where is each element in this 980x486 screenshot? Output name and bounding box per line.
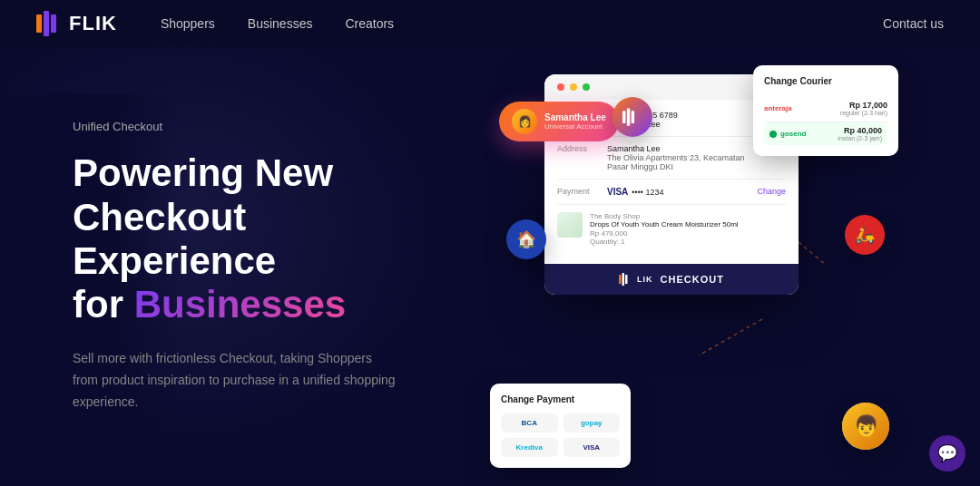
payment-option-gopay[interactable]: gopay <box>564 413 621 433</box>
divider-3 <box>557 204 786 205</box>
payment-dots: •••• 1234 <box>632 188 757 197</box>
payment-change[interactable]: Change <box>757 187 786 197</box>
hero-title-highlight: Businesses <box>134 283 346 326</box>
svg-line-6 <box>799 242 826 265</box>
window-dot-green <box>583 83 590 91</box>
profile-name: Samantha Lee <box>544 112 606 122</box>
payment-row: Payment VISA •••• 1234 Change <box>557 187 786 197</box>
address-row: Address Samantha Lee The Olivia Apartmen… <box>557 144 786 171</box>
anteraja-logo: anteraja <box>764 104 792 112</box>
svg-rect-7 <box>622 111 625 123</box>
gosend-text: gosend <box>780 130 806 138</box>
product-quantity: Quantity: 1 <box>590 238 786 246</box>
home-icon-circle: 🏠 <box>506 219 546 259</box>
product-brand: The Body Shop <box>590 212 786 220</box>
courier-option-1[interactable]: anteraja Rp 17,000 reguler (2-3 hari) <box>764 95 887 122</box>
chat-icon: 💬 <box>937 443 957 463</box>
footer-flik-text: LIK <box>637 275 653 284</box>
courier-card-title: Change Courier <box>764 76 887 86</box>
checkout-button-label: CHECKOUT <box>661 274 724 285</box>
svg-rect-10 <box>619 275 622 284</box>
visa-label: VISA <box>583 443 600 452</box>
selected-indicator <box>769 131 777 138</box>
product-info: The Body Shop Drops Of Youth Youth Cream… <box>590 212 786 246</box>
address-name: Samantha Lee <box>607 144 757 153</box>
courier-price-2: Rp 40,000 <box>838 126 882 135</box>
logo-text: FLIK <box>69 12 117 35</box>
hero-tag: Unified Checkout <box>73 120 454 133</box>
footer-logo: LIK <box>619 273 653 286</box>
hero-section: Unified Checkout Powering New Checkout E… <box>0 47 980 486</box>
contact-link[interactable]: Contact us <box>883 16 944 31</box>
flik-icon-circle <box>612 97 652 137</box>
visa-logo: VISA <box>607 187 628 197</box>
product-name: Drops Of Youth Youth Cream Moisturizer 5… <box>590 220 786 229</box>
hero-title-line2: Checkout Experience <box>73 196 276 282</box>
window-dot-red <box>557 83 564 91</box>
payment-card-title: Change Payment <box>501 394 620 404</box>
courier-time-2: instan (2-3 jam) <box>838 135 882 141</box>
address-label: Address <box>557 144 607 171</box>
svg-rect-2 <box>51 15 56 33</box>
navbar: FLIK Shoppers Businesses Creators Contac… <box>0 0 980 47</box>
person-avatar-circle: 👦 <box>842 403 889 450</box>
payment-option-kredivo[interactable]: Krediva <box>501 438 558 457</box>
nav-item-businesses[interactable]: Businesses <box>248 15 313 32</box>
profile-pill: 👩 Samantha Lee Universal Account <box>499 102 619 141</box>
kredivo-label: Krediva <box>516 443 543 452</box>
person-avatar-inner: 👦 <box>842 403 889 450</box>
svg-rect-11 <box>622 273 625 286</box>
nav-links: Shoppers Businesses Creators <box>161 15 883 32</box>
delivery-icon-circle: 🛵 <box>845 215 885 255</box>
profile-avatar-inner: 👩 <box>512 109 537 134</box>
svg-rect-0 <box>36 15 42 33</box>
svg-line-5 <box>699 319 762 355</box>
svg-rect-12 <box>625 275 628 284</box>
product-item: The Body Shop Drops Of Youth Youth Cream… <box>557 212 786 246</box>
profile-info: Samantha Lee Universal Account <box>544 112 606 131</box>
product-image <box>557 212 583 238</box>
nav-item-creators[interactable]: Creators <box>345 15 394 32</box>
window-dot-yellow <box>570 83 577 91</box>
courier-card: Change Courier anteraja Rp 17,000 regule… <box>753 65 898 156</box>
profile-subtitle: Universal Account <box>544 122 606 131</box>
profile-avatar: 👩 <box>512 109 537 134</box>
svg-rect-9 <box>632 111 634 123</box>
anteraja-text: anteraja <box>764 104 792 112</box>
hero-title-line3: for <box>73 283 123 326</box>
gopay-label: gopay <box>581 419 603 427</box>
hero-title: Powering New Checkout Experience for Bus… <box>73 151 454 326</box>
svg-rect-1 <box>44 11 49 36</box>
payment-card: Change Payment BCA gopay Krediva VISA <box>490 384 631 468</box>
hero-subtitle: Sell more with frictionless Checkout, ta… <box>73 348 399 413</box>
hero-mockup: 👩 Samantha Lee Universal Account 🏠 Chang… <box>454 47 907 486</box>
payment-label: Payment <box>557 187 607 197</box>
logo[interactable]: FLIK <box>36 11 117 36</box>
courier-price-1: Rp 17,000 <box>840 101 887 110</box>
courier-option-2[interactable]: gosend Rp 40,000 instan (2-3 jam) <box>764 122 887 145</box>
payment-option-bca[interactable]: BCA <box>501 413 558 433</box>
nav-item-shoppers[interactable]: Shoppers <box>161 15 215 32</box>
product-price: Rp 479,000 <box>590 229 786 238</box>
svg-rect-8 <box>627 108 630 125</box>
courier-time-1: reguler (2-3 hari) <box>840 110 887 116</box>
chat-bubble[interactable]: 💬 <box>929 435 965 471</box>
checkout-footer[interactable]: LIK CHECKOUT <box>544 264 799 295</box>
divider-2 <box>557 179 786 180</box>
payment-option-visa[interactable]: VISA <box>564 438 621 457</box>
payment-options: BCA gopay Krediva VISA <box>501 413 620 457</box>
hero-content: Unified Checkout Powering New Checkout E… <box>73 120 454 413</box>
hero-title-line1: Powering New <box>73 151 333 194</box>
address-street: The Olivia Apartments 23, Kecamatan Pasa… <box>607 153 757 171</box>
bca-label: BCA <box>522 419 537 427</box>
